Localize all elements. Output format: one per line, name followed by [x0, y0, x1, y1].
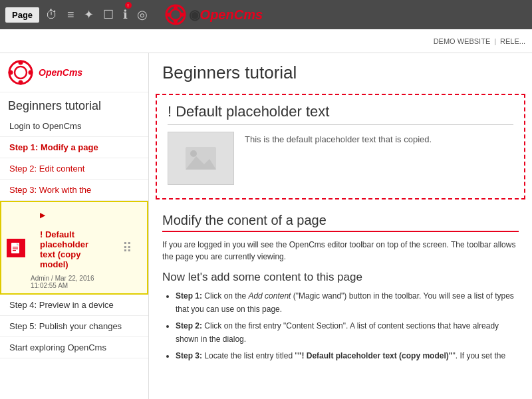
toolbar-logo-text: ◉OpenCms [189, 7, 263, 23]
opencms-logo-icon [165, 4, 186, 25]
toolbar: Page ⏱ ≡ ✦ ☐ ℹ ! ◎ ◉OpenCms [0, 0, 532, 29]
tooltip-text-area: ▶ ! Default placeholder text (copy model… [31, 206, 108, 289]
sidebar-link-step4[interactable]: Step 4: Preview in a device [0, 295, 148, 315]
svg-rect-15 [13, 250, 16, 251]
placeholder-heading: ! Default placeholder text [168, 103, 513, 125]
tooltip-row-item: ▶ ! Default placeholder text (copy model… [0, 201, 148, 295]
content-area: Beginners tutorial ! Default placeholder… [149, 53, 532, 399]
info-icon[interactable]: ℹ ! [120, 5, 130, 25]
sidebar: OpenCms Beginners tutorial Login to Open… [0, 53, 149, 399]
sidebar-item-step5[interactable]: Step 5: Publish your changes [0, 316, 148, 337]
window-icon[interactable]: ☐ [100, 5, 116, 25]
tooltip-title: ▶ ! Default placeholder text (copy model… [31, 206, 108, 275]
sidebar-header: OpenCms [0, 53, 148, 92]
svg-point-7 [15, 66, 27, 78]
svg-point-11 [29, 70, 33, 75]
wand-icon[interactable]: ✦ [81, 5, 96, 25]
step-item-1: Step 1: Click on the Add content ("Magic… [176, 289, 519, 317]
svg-point-1 [170, 9, 181, 20]
tooltip-file-icon [10, 242, 22, 254]
separator: | [494, 37, 496, 45]
modify-heading: Modify the conent of a page [162, 213, 519, 232]
placeholder-image-row: This is the default placeholder text tha… [168, 132, 513, 185]
dashed-section: ! Default placeholder text This is the d… [156, 94, 525, 200]
step2-text: Click on the first entry "Content Sectio… [176, 321, 499, 344]
tooltip-icon-box [7, 239, 25, 257]
tooltip-meta: Admin / Mar 22, 2016 11:02:55 AM [31, 275, 108, 289]
svg-point-9 [19, 80, 23, 85]
sidebar-logo-text: OpenCms [39, 67, 82, 78]
sidebar-link-step2[interactable]: Step 2: Edit content [0, 158, 148, 179]
sidebar-item-step4[interactable]: Step 4: Preview in a device [0, 295, 148, 316]
step-item-3: Step 3: Locate the list entry titled ""!… [176, 349, 519, 362]
tooltip-arrow: ▶ [31, 206, 108, 224]
release-link[interactable]: RELE... [500, 37, 525, 45]
step1-label: Step 1: [176, 291, 202, 301]
placeholder-image [168, 132, 234, 185]
sidebar-link-step3[interactable]: Step 3: Work with the [0, 180, 148, 200]
tooltip-title-text: ! Default placeholder text (copy model) [31, 224, 108, 275]
step-item-2: Step 2: Click on the first entry "Conten… [176, 319, 519, 346]
sidebar-link-explore[interactable]: Start exploring OpenCms [0, 337, 148, 358]
modify-section: Modify the conent of a page If you are l… [149, 206, 532, 372]
sidebar-nav: Login to OpenCms Step 1: Modify a page S… [0, 116, 148, 358]
sidebar-item-step2[interactable]: Step 2: Edit content [0, 158, 148, 180]
svg-point-10 [9, 70, 13, 75]
sidebar-link-login[interactable]: Login to OpenCms [0, 116, 148, 136]
step3-text: Locate the list entry titled ""! Default… [204, 351, 505, 360]
demo-website-link[interactable]: DEMO WEBSITE [434, 37, 491, 45]
sidebar-tutorial-title: Beginners tutorial [8, 99, 140, 113]
sidebar-item-explore[interactable]: Start exploring OpenCms [0, 337, 148, 358]
sidebar-item-step1[interactable]: Step 1: Modify a page [0, 137, 148, 158]
svg-rect-14 [13, 248, 18, 249]
tutorial-title: Beginners tutorial [162, 63, 297, 83]
main-layout: OpenCms Beginners tutorial Login to Open… [0, 53, 532, 399]
history-icon[interactable]: ⏱ [43, 5, 61, 25]
add-content-heading: Now let's add some content to this page [162, 271, 519, 284]
drag-handle-icon[interactable]: ⠿ [113, 235, 142, 261]
list-icon[interactable]: ≡ [65, 5, 77, 25]
step1-text: Click on the Add content ("Magic wand") … [176, 291, 514, 314]
modify-text: If you are logged in you will see the Op… [162, 239, 519, 263]
sidebar-link-step1[interactable]: Step 1: Modify a page [0, 137, 148, 158]
page-button[interactable]: Page [5, 7, 39, 23]
sidebar-item-login[interactable]: Login to OpenCms [0, 116, 148, 137]
sidebar-tutorial-title-area: Beginners tutorial [0, 92, 148, 116]
svg-point-3 [174, 19, 178, 23]
sidebar-link-step5[interactable]: Step 5: Publish your changes [0, 316, 148, 336]
image-placeholder-icon [184, 142, 217, 175]
header-bar: DEMO WEBSITE | RELE... [0, 29, 532, 53]
svg-point-5 [180, 13, 184, 17]
svg-rect-13 [13, 247, 18, 247]
svg-point-8 [19, 61, 23, 65]
svg-point-2 [174, 6, 178, 10]
toolbar-logo: ◉OpenCms [165, 4, 263, 25]
placeholder-text: This is the default placeholder text tha… [245, 132, 432, 144]
svg-point-4 [167, 13, 171, 17]
tooltip-row: ▶ ! Default placeholder text (copy model… [1, 201, 148, 294]
step3-label: Step 3: [176, 351, 202, 360]
step2-label: Step 2: [176, 321, 202, 331]
tutorial-header: Beginners tutorial [149, 53, 532, 87]
target-icon[interactable]: ◎ [134, 5, 150, 25]
sidebar-logo [8, 60, 33, 85]
sidebar-item-step3[interactable]: Step 3: Work with the [0, 180, 148, 201]
svg-point-17 [190, 150, 197, 157]
steps-list: Step 1: Click on the Add content ("Magic… [162, 289, 519, 362]
